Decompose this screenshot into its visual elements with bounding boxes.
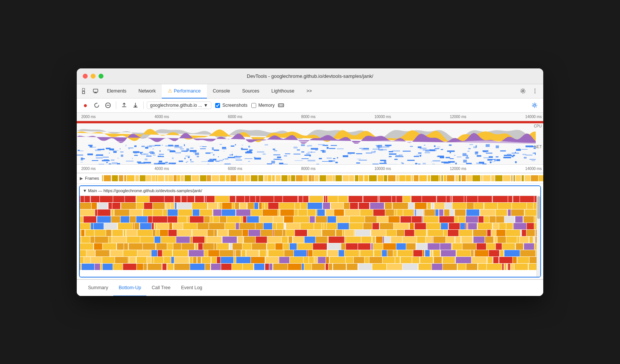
svg-point-7 — [535, 91, 535, 91]
main-header: ▼ Main — https://googlechrome.github.io/… — [80, 186, 540, 196]
devtools-body: Elements Network ⚠ Performance Console S… — [77, 84, 543, 296]
tab-elements[interactable]: Elements — [101, 84, 132, 99]
frames-label: Frames — [85, 176, 99, 180]
svg-point-6 — [535, 89, 535, 89]
ruler-mark-b2: 6000 ms — [228, 167, 242, 171]
tab-bottom-up[interactable]: Bottom-Up — [113, 280, 146, 296]
screenshots-label: Screenshots — [222, 103, 248, 108]
timeline-ruler-bottom: 2000 ms 4000 ms 6000 ms 8000 ms 10000 ms… — [77, 165, 543, 173]
screenshots-checkbox[interactable] — [215, 103, 220, 108]
svg-rect-13 — [281, 105, 281, 106]
settings-button[interactable] — [530, 100, 539, 110]
inspect-icon[interactable] — [80, 86, 90, 96]
screenshots-group: Screenshots — [215, 103, 248, 108]
titlebar: DevTools - googlechrome.github.io/devtoo… — [77, 68, 543, 84]
settings-icon[interactable] — [518, 86, 528, 96]
tab-console[interactable]: Console — [207, 84, 236, 99]
device-icon[interactable] — [90, 86, 101, 96]
memory-icon-button[interactable] — [276, 100, 286, 110]
flame-canvas[interactable] — [80, 196, 540, 277]
tab-performance[interactable]: ⚠ Performance — [162, 84, 207, 99]
ruler-mark-0: 2000 ms — [81, 115, 96, 119]
scrollbar[interactable] — [536, 196, 540, 277]
ruler-mark-5: 12000 ms — [450, 115, 467, 119]
url-selector[interactable]: googlechrome.github.io ... ▼ — [147, 102, 211, 109]
tab-sources[interactable]: Sources — [236, 84, 265, 99]
window-title: DevTools - googlechrome.github.io/devtoo… — [247, 73, 373, 79]
svg-rect-1 — [82, 91, 85, 94]
tab-bar: Elements Network ⚠ Performance Console S… — [77, 84, 543, 99]
cpu-label: CPU — [534, 124, 542, 128]
overview-area: 2000 ms 4000 ms 6000 ms 8000 ms 10000 ms… — [77, 113, 543, 173]
traffic-lights — [83, 74, 103, 79]
ruler-marks-bottom: 2000 ms 4000 ms 6000 ms 8000 ms 10000 ms… — [80, 167, 543, 171]
mini-charts: CPU NET — [77, 121, 543, 165]
ruler-marks-top: 2000 ms 4000 ms 6000 ms 8000 ms 10000 ms… — [80, 115, 543, 119]
ruler-mark-b5: 12000 ms — [450, 167, 467, 171]
net-label: NET — [534, 145, 542, 149]
memory-label: Memory — [258, 103, 275, 108]
tab-network[interactable]: Network — [132, 84, 162, 99]
separator-1 — [116, 102, 116, 109]
tab-bar-right — [518, 86, 540, 96]
ruler-mark-b4: 10000 ms — [374, 167, 391, 171]
tab-call-tree[interactable]: Call Tree — [146, 280, 176, 296]
main-section: ▼ Main — https://googlechrome.github.io/… — [79, 185, 541, 278]
ruler-mark-b3: 8000 ms — [301, 167, 315, 171]
ruler-mark-3: 8000 ms — [301, 115, 315, 119]
flame-area: ▶ Frames ▼ Main — https://googlechrome.g… — [77, 173, 543, 279]
close-button[interactable] — [83, 74, 88, 79]
reload-record-button[interactable] — [92, 100, 102, 110]
svg-rect-0 — [82, 88, 85, 91]
svg-rect-2 — [93, 89, 98, 92]
memory-group: Memory — [251, 103, 275, 108]
ruler-mark-1: 4000 ms — [155, 115, 169, 119]
ruler-mark-b1: 4000 ms — [155, 167, 169, 171]
url-text: googlechrome.github.io ... — [150, 103, 202, 108]
memory-checkbox[interactable] — [251, 103, 256, 108]
download-button[interactable] — [131, 100, 140, 110]
svg-rect-12 — [279, 105, 280, 106]
upload-button[interactable] — [119, 100, 129, 110]
net-chart[interactable]: NET — [77, 144, 543, 165]
scrollbar-thumb[interactable] — [537, 196, 540, 219]
record-button[interactable]: ● — [81, 100, 90, 110]
ruler-mark-4: 10000 ms — [374, 115, 391, 119]
warning-icon: ⚠ — [168, 88, 172, 94]
url-dropdown-icon: ▼ — [204, 103, 208, 108]
ruler-mark-b0: 2000 ms — [81, 167, 96, 171]
timeline-ruler-top: 2000 ms 4000 ms 6000 ms 8000 ms 10000 ms… — [77, 113, 543, 121]
svg-point-5 — [522, 90, 524, 92]
tab-lighthouse[interactable]: Lighthouse — [265, 84, 300, 99]
tab-event-log[interactable]: Event Log — [176, 280, 207, 296]
tab-more[interactable]: >> — [300, 84, 318, 99]
tab-summary[interactable]: Summary — [83, 280, 113, 296]
minimize-button[interactable] — [91, 74, 96, 79]
more-options-icon[interactable] — [530, 86, 540, 96]
frames-row[interactable]: ▶ Frames — [77, 173, 543, 184]
main-title: ▼ Main — https://googlechrome.github.io/… — [83, 188, 202, 193]
separator-2 — [143, 102, 144, 109]
performance-toolbar: ● — [77, 99, 543, 113]
bottom-tabs: Summary Bottom-Up Call Tree Event Log — [77, 279, 543, 296]
toolbar-right — [530, 100, 539, 110]
ruler-mark-b6: 14000 ms — [525, 167, 542, 171]
svg-point-8 — [535, 93, 535, 93]
ruler-mark-6: 14000 ms — [525, 115, 542, 119]
maximize-button[interactable] — [99, 74, 103, 79]
frames-arrow: ▶ — [80, 176, 83, 181]
ruler-mark-2: 6000 ms — [228, 115, 242, 119]
svg-point-15 — [534, 105, 536, 106]
clear-button[interactable] — [103, 100, 113, 110]
devtools-window: DevTools - googlechrome.github.io/devtoo… — [77, 68, 543, 296]
svg-rect-14 — [282, 105, 283, 106]
cpu-chart[interactable]: CPU — [77, 123, 543, 144]
